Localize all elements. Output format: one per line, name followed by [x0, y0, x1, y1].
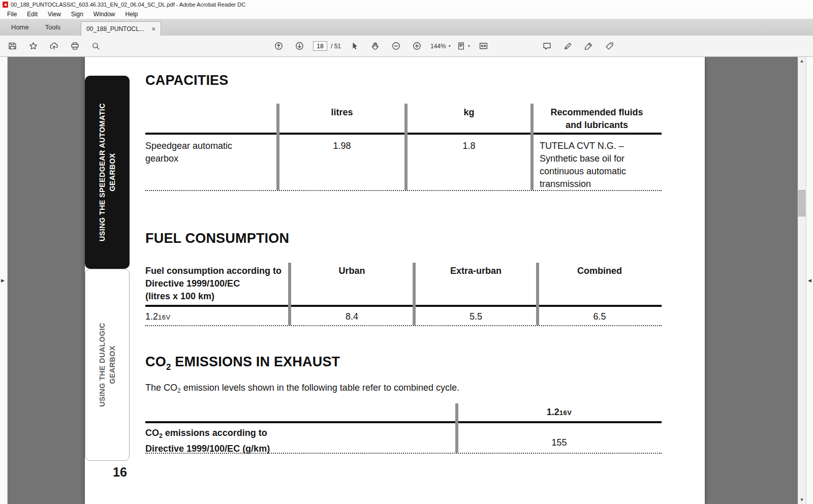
- column-divider: [276, 104, 279, 190]
- co2-header-row: 1.216V: [145, 403, 662, 421]
- menu-help[interactable]: Help: [120, 10, 143, 19]
- fuel-row-header: Fuel consumption according to Directive …: [145, 263, 290, 305]
- toolbar-center-group: / 51 144% ▾: [271, 36, 491, 56]
- combined-header: Combined: [538, 263, 662, 305]
- hand-icon: [371, 42, 380, 50]
- vertical-scrollbar[interactable]: ▲ ▼: [798, 57, 806, 504]
- column-divider: [413, 263, 416, 325]
- next-page-button[interactable]: [292, 39, 307, 53]
- menu-file[interactable]: File: [2, 10, 22, 19]
- capacities-row-label: Speedgear automatic gearbox: [145, 135, 278, 191]
- co2-row-label: CO2 emissions according to Directive 199…: [145, 423, 457, 455]
- sidebar-tab-dualogic-line1: USING THE DUALOGIC: [97, 323, 107, 407]
- menu-window[interactable]: Window: [88, 10, 120, 19]
- tab-tools[interactable]: Tools: [37, 19, 69, 36]
- zoom-out-icon: [392, 42, 400, 50]
- select-tool-button[interactable]: [347, 39, 362, 53]
- star-icon: [29, 42, 38, 50]
- fit-width-icon: [479, 42, 488, 50]
- save-button[interactable]: [5, 39, 20, 53]
- fuel-extra-value: 5.5: [414, 307, 538, 325]
- hand-tool-button[interactable]: [368, 39, 383, 53]
- sidebar-tab-speedgear: USING THE SPEEDGEAR AUTOMATIC GEARBOX: [85, 76, 130, 269]
- tab-home[interactable]: Home: [3, 19, 37, 36]
- zoom-level-value: 144%: [430, 43, 446, 50]
- main-toolbar: / 51 144% ▾: [0, 36, 813, 57]
- tabbar: Home Tools 00_188_PUNTOCL... ×: [0, 19, 813, 36]
- fuel-heading: FUEL CONSUMPTION: [145, 231, 289, 246]
- highlight-button[interactable]: [560, 39, 575, 53]
- zoom-out-button[interactable]: [389, 39, 403, 53]
- fuel-combined-value: 6.5: [538, 307, 662, 325]
- main-area: ▶ USING THE SPEEDGEAR AUTOMATIC GEARBOX …: [0, 57, 813, 504]
- column-divider: [536, 263, 539, 325]
- comment-button[interactable]: [540, 39, 554, 53]
- save-icon: [8, 42, 17, 50]
- capacities-heading: CAPACITIES: [145, 73, 229, 88]
- urban-header: Urban: [290, 263, 414, 305]
- fuel-urban-value: 8.4: [290, 307, 414, 325]
- menu-edit[interactable]: Edit: [22, 10, 43, 19]
- fill-sign-button[interactable]: [581, 39, 596, 53]
- extra-urban-header: Extra-urban: [414, 263, 538, 305]
- capacities-table: litres kg Recommended fluids and lubrica…: [145, 104, 662, 191]
- capacities-data-row: Speedgear automatic gearbox 1.98 1.8 TUT…: [145, 135, 662, 190]
- chevron-down-icon: ▾: [449, 44, 451, 48]
- printer-icon: [71, 42, 79, 50]
- expand-nav-pane-icon[interactable]: ▶: [1, 278, 5, 283]
- litres-header: litres: [278, 104, 406, 133]
- print-button[interactable]: [68, 39, 82, 53]
- column-divider: [288, 263, 291, 325]
- page-display-dropdown[interactable]: ▾: [457, 42, 470, 50]
- sign-pen-icon: [584, 42, 593, 50]
- co2-table: 1.216V CO2 emissions according to Direct…: [145, 403, 662, 454]
- previous-page-button[interactable]: [271, 39, 286, 53]
- sidebar-tab-dualogic: USING THE DUALOGIC GEARBOX: [85, 269, 130, 461]
- acrobat-window: 00_188_PUNTOCLASSIC_603.46.331_EN_02_06.…: [0, 0, 813, 504]
- capacities-kg-value: 1.8: [406, 135, 532, 191]
- co2-paragraph: The CO2 emission levels shown in the fol…: [145, 383, 459, 394]
- menu-sign[interactable]: Sign: [66, 10, 88, 19]
- column-divider: [530, 104, 534, 190]
- comment-icon: [543, 42, 551, 50]
- empty-header-cell: [145, 403, 457, 421]
- fuel-data-row: 1.216V 8.4 5.5 6.5: [145, 307, 662, 325]
- close-icon[interactable]: ×: [151, 25, 155, 33]
- find-button[interactable]: [88, 39, 103, 53]
- fit-width-button[interactable]: [476, 39, 491, 53]
- zoom-in-icon: [413, 42, 421, 50]
- page-up-icon: [274, 42, 283, 50]
- zoom-level-dropdown[interactable]: 144% ▾: [430, 43, 451, 50]
- sidebar-tab-dualogic-line2: GEARBOX: [107, 345, 117, 384]
- toolbar-right-group: [540, 36, 617, 56]
- page-indicator: / 51: [313, 41, 341, 51]
- empty-header-cell: [145, 104, 278, 133]
- titlebar: 00_188_PUNTOCLASSIC_603.46.331_EN_02_06.…: [0, 0, 813, 9]
- expand-tools-pane-icon[interactable]: ◀: [808, 278, 811, 283]
- capacities-fluid-value: TUTELA CVT N.G. – Synthetic base oil for…: [532, 135, 662, 191]
- zoom-in-button[interactable]: [410, 39, 424, 53]
- page-number: 16: [113, 465, 127, 480]
- page-number-input[interactable]: [313, 41, 327, 51]
- document-canvas: USING THE SPEEDGEAR AUTOMATIC GEARBOX US…: [8, 57, 798, 504]
- capacities-header-row: litres kg Recommended fluids and lubrica…: [145, 104, 662, 133]
- stamp-button[interactable]: [602, 39, 617, 53]
- share-button[interactable]: [47, 39, 61, 53]
- scroll-down-icon[interactable]: ▼: [798, 496, 806, 504]
- scrollbar-thumb[interactable]: [798, 190, 805, 216]
- fuel-model-label: 1.216V: [145, 307, 290, 325]
- co2-heading: CO2 EMISSIONS IN EXHAUST: [145, 354, 340, 372]
- menu-view[interactable]: View: [43, 10, 66, 19]
- column-divider: [455, 403, 458, 453]
- menubar: File Edit View Sign Window Help: [0, 9, 813, 19]
- page-total-label: / 51: [331, 43, 341, 50]
- tab-document[interactable]: 00_188_PUNTOCL... ×: [81, 21, 161, 36]
- highlighter-icon: [564, 42, 572, 50]
- search-icon: [91, 42, 100, 50]
- scroll-up-icon[interactable]: ▲: [798, 57, 806, 65]
- page-display-icon: [457, 42, 465, 50]
- chevron-down-icon: ▾: [468, 44, 470, 48]
- favorite-button[interactable]: [26, 39, 41, 53]
- co2-data-row: CO2 emissions according to Directive 199…: [145, 423, 662, 453]
- fluids-header: Recommended fluids and lubricants: [532, 104, 662, 133]
